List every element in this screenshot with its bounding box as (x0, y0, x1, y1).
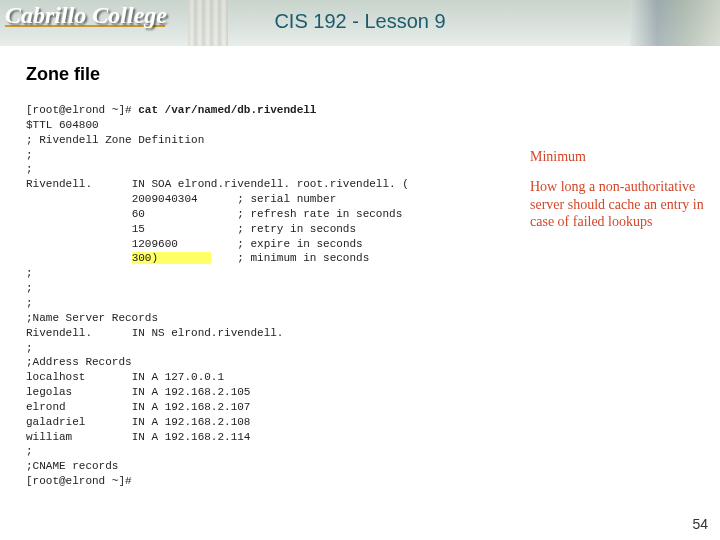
addr-comment: ;Address Records (26, 356, 132, 368)
serial-value: 2009040304 (132, 193, 198, 205)
semicolon-line: ; (26, 163, 33, 175)
page-number: 54 (692, 516, 708, 532)
soa-host: Rivendell. (26, 178, 92, 190)
a-host: elrond (26, 401, 66, 413)
ttl-line: $TTL 604800 (26, 119, 99, 131)
comment-line: ; Rivendell Zone Definition (26, 134, 204, 146)
a-record: IN A 192.168.2.114 (132, 431, 251, 443)
a-record: IN A 192.168.2.107 (132, 401, 251, 413)
semicolon-line: ; (26, 149, 33, 161)
ns-host: Rivendell. (26, 327, 92, 339)
banner: Cabrillo College CIS 192 - Lesson 9 (0, 0, 720, 46)
a-record: IN A 127.0.0.1 (132, 371, 224, 383)
serial-comment: ; serial number (237, 193, 336, 205)
minimum-value-highlight: 300) (132, 252, 158, 264)
a-host: localhost (26, 371, 85, 383)
expire-comment: ; expire in seconds (237, 238, 362, 250)
refresh-comment: ; refresh rate in seconds (237, 208, 402, 220)
expire-value: 1209600 (132, 238, 178, 250)
cname-comment: ;CNAME records (26, 460, 118, 472)
prompt: [root@elrond ~]# (26, 104, 138, 116)
semicolon-line: ; (26, 342, 33, 354)
lesson-title: CIS 192 - Lesson 9 (0, 10, 720, 33)
minimum-pad-highlight (158, 252, 211, 264)
retry-comment: ; retry in seconds (237, 223, 356, 235)
retry-value: 15 (132, 223, 145, 235)
semicolon-line: ; (26, 267, 33, 279)
pillars-image-right (630, 0, 720, 46)
ns-comment: ;Name Server Records (26, 312, 158, 324)
prompt: [root@elrond ~]# (26, 475, 132, 487)
slide-title: Zone file (26, 64, 694, 85)
a-record: IN A 192.168.2.105 (132, 386, 251, 398)
zone-file-code: [root@elrond ~]# cat /var/named/db.riven… (26, 103, 694, 489)
annotation-description: How long a non-authoritative server shou… (530, 178, 710, 231)
cat-command: cat /var/named/db.rivendell (138, 104, 316, 116)
semicolon-line: ; (26, 282, 33, 294)
slide-body: Zone file [root@elrond ~]# cat /var/name… (0, 46, 720, 507)
annotation-minimum: Minimum (530, 148, 586, 166)
semicolon-line: ; (26, 297, 33, 309)
a-record: IN A 192.168.2.108 (132, 416, 251, 428)
a-host: legolas (26, 386, 72, 398)
a-host: galadriel (26, 416, 85, 428)
soa-record: IN SOA elrond.rivendell. root.rivendell.… (132, 178, 409, 190)
a-host: william (26, 431, 72, 443)
semicolon-line: ; (26, 445, 33, 457)
ns-record: IN NS elrond.rivendell. (132, 327, 284, 339)
refresh-value: 60 (132, 208, 145, 220)
minimum-comment: ; minimum in seconds (237, 252, 369, 264)
